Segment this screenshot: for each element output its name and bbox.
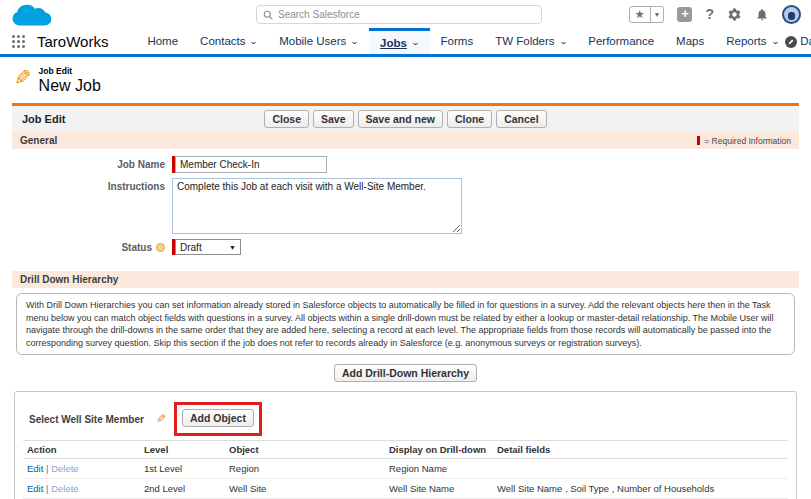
action-separator: |	[46, 463, 48, 474]
page-eyebrow: Job Edit	[39, 66, 101, 76]
chevron-down-icon: ⌄	[411, 38, 420, 47]
delete-link[interactable]: Delete	[51, 483, 78, 494]
job-edit-panel: Job Edit Close Save Save and new Clone C…	[12, 103, 799, 499]
section-drill-down-hierarchy: Drill Down Hierarchy	[12, 271, 799, 288]
close-button[interactable]: Close	[264, 110, 309, 128]
display-cell: Well Site Name	[385, 479, 493, 499]
app-name[interactable]: TaroWorks	[37, 33, 108, 50]
section-general: General = Required Information	[12, 132, 799, 149]
search-icon	[263, 10, 273, 20]
global-search[interactable]	[256, 5, 542, 24]
cancel-button[interactable]: Cancel	[496, 110, 546, 128]
global-header: ★ ▼ + ?	[0, 0, 811, 28]
setup-gear-icon[interactable]	[727, 7, 742, 22]
select-arrow-icon: ▼	[229, 244, 236, 251]
col-object: Object	[225, 441, 385, 459]
table-row: Edit | Delete 2nd Level Well Site Well S…	[23, 479, 788, 499]
star-icon[interactable]: ★	[630, 7, 650, 22]
action-separator: |	[46, 483, 48, 494]
nav-item-mobile-users[interactable]: Mobile Users⌄	[268, 28, 369, 54]
nav-item-tw-folders[interactable]: TW Folders⌄	[484, 28, 577, 54]
required-marker-icon	[697, 136, 700, 145]
col-action: Action	[23, 441, 140, 459]
field-help-icon[interactable]	[156, 243, 165, 252]
section-drill-down-title: Drill Down Hierarchy	[20, 274, 118, 285]
global-add-button[interactable]: +	[677, 7, 692, 22]
chevron-down-icon: ⌄	[249, 37, 258, 46]
detail-fields-cell	[493, 459, 788, 479]
add-object-button[interactable]: Add Object	[182, 409, 254, 427]
nav-item-jobs[interactable]: Jobs⌄	[369, 28, 430, 54]
display-cell: Region Name	[385, 459, 493, 479]
panel-header: Job Edit Close Save Save and new Clone C…	[12, 106, 799, 132]
chevron-down-icon: ⌄	[558, 37, 567, 46]
table-row: Edit | Delete 1st Level Region Region Na…	[23, 459, 788, 479]
add-drill-down-hierarchy-button[interactable]: Add Drill-Down Hierarchy	[334, 364, 477, 382]
edit-link[interactable]: Edit	[27, 483, 43, 494]
nav-item-reports[interactable]: Reports⌄	[715, 28, 789, 54]
search-input[interactable]	[278, 9, 535, 20]
status-select[interactable]: Draft ▼	[175, 239, 241, 255]
col-detail-fields: Detail fields	[493, 441, 788, 459]
instructions-textarea[interactable]: Complete this Job at each visit with a W…	[172, 178, 462, 234]
clone-button[interactable]: Clone	[447, 110, 492, 128]
level-cell: 1st Level	[140, 459, 225, 479]
page-header: ✎ Job Edit New Job	[0, 57, 811, 101]
delete-link[interactable]: Delete	[51, 463, 78, 474]
edit-nav-pencil-icon[interactable]	[785, 36, 797, 48]
pencil-icon: ✎	[14, 66, 32, 90]
level-cell: 2nd Level	[140, 479, 225, 499]
nav-item-performance[interactable]: Performance	[577, 28, 665, 54]
chevron-down-icon: ⌄	[770, 37, 779, 46]
save-and-new-button[interactable]: Save and new	[358, 110, 443, 128]
edit-link[interactable]: Edit	[27, 463, 43, 474]
required-legend-text: = Required Information	[704, 136, 791, 146]
notifications-bell-icon[interactable]	[755, 7, 769, 22]
page-title: New Job	[39, 77, 101, 95]
col-level: Level	[140, 441, 225, 459]
nav-item-maps[interactable]: Maps	[665, 28, 715, 54]
instructions-label: Instructions	[12, 178, 172, 192]
red-annotation-box: Add Object	[174, 402, 262, 436]
app-nav-bar: TaroWorks Home Contacts⌄ Mobile Users⌄ J…	[0, 28, 811, 57]
section-general-title: General	[20, 135, 57, 146]
hierarchy-title: Select Well Site Member	[29, 414, 144, 425]
drill-down-description: With Drill Down Hierarchies you can set …	[16, 293, 795, 355]
favorites-caret-icon[interactable]: ▼	[650, 7, 664, 22]
pencil-icon: ✎	[156, 412, 166, 426]
job-name-label: Job Name	[12, 156, 172, 170]
nav-item-forms[interactable]: Forms	[430, 28, 485, 54]
salesforce-logo-icon	[10, 2, 52, 26]
user-avatar[interactable]	[782, 5, 801, 24]
object-cell: Region	[225, 459, 385, 479]
general-form: Job Name Instructions Complete this Job …	[12, 149, 799, 263]
col-display: Display on Drill-down	[385, 441, 493, 459]
app-launcher-icon[interactable]	[12, 35, 25, 48]
detail-fields-cell: Well Site Name , Soil Type , Number of H…	[493, 479, 788, 499]
nav-item-home[interactable]: Home	[136, 28, 189, 54]
favorites-button[interactable]: ★ ▼	[629, 6, 665, 23]
object-cell: Well Site	[225, 479, 385, 499]
job-name-input[interactable]	[175, 156, 327, 173]
hierarchy-panel: Select Well Site Member ✎ Add Object Act…	[14, 391, 797, 499]
chevron-down-icon: ⌄	[350, 37, 359, 46]
nav-item-contacts[interactable]: Contacts⌄	[189, 28, 268, 54]
save-button[interactable]: Save	[313, 110, 354, 128]
status-selected-value: Draft	[180, 242, 202, 253]
hierarchy-table: Action Level Object Display on Drill-dow…	[23, 440, 788, 499]
status-label: Status	[12, 239, 172, 253]
help-icon[interactable]: ?	[705, 6, 714, 22]
